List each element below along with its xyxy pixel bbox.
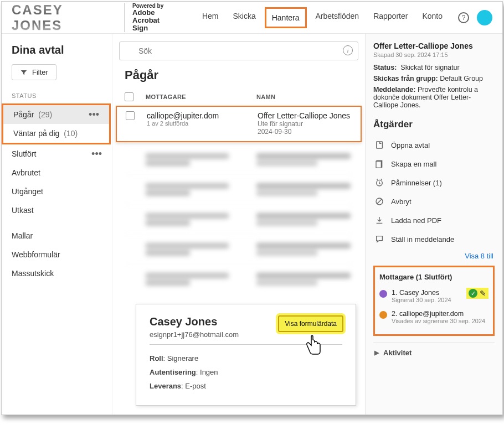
- sidebar-item-vantar[interactable]: Väntar på dig (10): [3, 124, 109, 143]
- sidebar-item-label: Utkast: [12, 206, 34, 215]
- action-label: Ställ in meddelande: [391, 235, 454, 243]
- rp-group-label: Skickas från grupp:: [373, 75, 438, 82]
- info-icon[interactable]: i: [343, 45, 353, 55]
- recipient-num: 2.: [392, 310, 397, 318]
- nav-skicka[interactable]: Skicka: [227, 7, 261, 28]
- sidebar-item-webbformular[interactable]: Webbformulär: [2, 245, 112, 264]
- row-checkbox[interactable]: [126, 111, 135, 120]
- action-label: Öppna avtal: [391, 141, 430, 149]
- rp-created: Skapad 30 sep. 2024 17:15: [373, 51, 495, 58]
- row-progress: 1 av 2 slutförda: [147, 120, 258, 127]
- status-heading: STATUS: [2, 88, 112, 103]
- sidebar: Dina avtal Filter STATUS Pågår (29) ••• …: [2, 34, 112, 414]
- page-title: Pågår: [112, 66, 365, 89]
- blurred-rows: [112, 144, 365, 294]
- recipient-dot-icon: [379, 290, 387, 298]
- sidebar-item-massutskick[interactable]: Massutskick: [2, 264, 112, 283]
- select-all-checkbox[interactable]: [125, 92, 133, 101]
- main-content: i Pågår MOTTAGARE NAMN calliope@jupiter.…: [112, 34, 365, 414]
- brand-logo: CASEY JONES: [12, 2, 114, 33]
- nav-arbetsfloden[interactable]: Arbetsflöden: [310, 7, 365, 28]
- filter-label: Filter: [32, 68, 48, 76]
- recipient-dot-icon: [379, 311, 387, 319]
- auth-value: Ingen: [200, 368, 218, 376]
- filter-button[interactable]: Filter: [12, 64, 56, 80]
- action-open[interactable]: Öppna avtal: [373, 136, 495, 154]
- recipient-sub: Signerat 30 sep. 2024: [392, 297, 451, 303]
- template-icon: [374, 159, 384, 168]
- sidebar-item-pagar[interactable]: Pågår (29) •••: [3, 105, 109, 124]
- sidebar-item-avbrutet[interactable]: Avbrutet: [2, 163, 112, 182]
- filter-icon: [20, 69, 28, 76]
- col-recipient[interactable]: MOTTAGARE: [146, 94, 256, 100]
- sidebar-item-slutfort[interactable]: Slutfört •••: [2, 144, 112, 163]
- rp-status-label: Status:: [373, 64, 397, 71]
- app-header: CASEY JONES Powered by AdobeAcrobat Sign…: [2, 2, 502, 34]
- agreement-row[interactable]: calliope@jupiter.dom 1 av 2 slutförda Of…: [116, 106, 362, 142]
- search-input[interactable]: [119, 42, 358, 60]
- powered-brand: AdobeAcrobat Sign: [132, 9, 176, 33]
- signed-badge: ✓ ✎: [466, 288, 488, 299]
- nav-hantera[interactable]: Hantera: [265, 7, 307, 28]
- check-circle-icon: ✓: [469, 289, 477, 298]
- activity-toggle[interactable]: ▶ Aktivitet: [373, 343, 495, 362]
- auth-label: Autentisering: [150, 368, 196, 376]
- sidebar-title: Dina avtal: [2, 44, 112, 64]
- sidebar-item-count: (10): [64, 129, 78, 138]
- action-template[interactable]: Skapa en mall: [373, 154, 495, 173]
- sidebar-item-mallar[interactable]: Mallar: [2, 226, 112, 245]
- open-icon: [374, 141, 384, 149]
- table-header: MOTTAGARE NAMN: [112, 89, 365, 105]
- cancel-icon: [374, 197, 384, 206]
- activity-label: Aktivitet: [383, 349, 412, 357]
- action-reminders[interactable]: Påminnelser (1): [373, 173, 495, 192]
- row-date: 2024-09-30: [258, 128, 361, 136]
- right-panel: Offer Letter-Calliope Jones Skapad 30 se…: [365, 34, 502, 414]
- action-note[interactable]: Ställ in meddelande: [373, 230, 495, 248]
- action-cancel[interactable]: Avbryt: [373, 192, 495, 211]
- user-avatar[interactable]: [477, 10, 492, 25]
- recipients-heading: Mottagare (1 Slutfört): [379, 273, 488, 281]
- sidebar-item-utganget[interactable]: Utgånget: [2, 182, 112, 201]
- actions-heading: Åtgärder: [373, 119, 495, 130]
- action-label: Påminnelser (1): [391, 179, 442, 187]
- action-label: Ladda ned PDF: [391, 216, 441, 225]
- action-label: Avbryt: [391, 198, 412, 206]
- nav-konto[interactable]: Konto: [416, 7, 448, 28]
- svg-rect-4: [376, 161, 381, 168]
- nav-hem[interactable]: Hem: [197, 7, 224, 28]
- powered-label: Powered by: [132, 3, 176, 9]
- rp-message-label: Meddelande:: [373, 86, 415, 94]
- download-icon: [374, 216, 384, 225]
- sidebar-item-label: Utgånget: [12, 187, 43, 196]
- highlighted-status-group: Pågår (29) ••• Väntar på dig (10): [2, 103, 111, 144]
- powered-by: Powered by AdobeAcrobat Sign: [124, 3, 176, 33]
- recipient-item[interactable]: 1. Casey Jones Signerat 30 sep. 2024 ✓ ✎: [379, 286, 488, 307]
- show-more-link[interactable]: Visa 8 till: [373, 248, 495, 262]
- pen-icon: ✎: [480, 289, 486, 298]
- rp-group-value: Default Group: [440, 75, 483, 82]
- delivery-label: Leverans: [150, 382, 181, 390]
- svg-line-7: [377, 199, 382, 204]
- recipient-num: 1.: [392, 289, 397, 297]
- row-name: Offer Letter-Calliope Jones: [258, 111, 361, 120]
- recipient-name: Casey Jones: [399, 289, 439, 297]
- role-value: Signerare: [167, 354, 198, 362]
- sidebar-item-count: (29): [38, 110, 52, 119]
- sidebar-item-utkast[interactable]: Utkast: [2, 201, 112, 220]
- help-icon[interactable]: ?: [458, 12, 469, 23]
- chevron-right-icon: ▶: [374, 349, 379, 356]
- recipient-item[interactable]: 2. calliope@jupiter.dom Visades av signe…: [379, 307, 488, 328]
- row-recipient: calliope@jupiter.dom: [147, 111, 258, 120]
- sidebar-item-label: Webbformulär: [12, 250, 60, 259]
- delivery-value: E-post: [185, 382, 206, 390]
- recipient-detail-card: Casey Jones esignpr1+jj76@hotmail.com Ro…: [136, 304, 356, 406]
- action-download[interactable]: Ladda ned PDF: [373, 211, 495, 230]
- clock-icon: [374, 178, 384, 187]
- recipient-name: calliope@jupiter.dom: [399, 310, 464, 318]
- rp-title: Offer Letter-Calliope Jones: [373, 42, 495, 50]
- nav-rapporter[interactable]: Rapporter: [368, 7, 413, 28]
- sidebar-item-label: Slutfört: [12, 149, 36, 158]
- view-form-data-button[interactable]: Visa formulärdata: [278, 315, 343, 332]
- col-name[interactable]: NAMN: [256, 94, 353, 100]
